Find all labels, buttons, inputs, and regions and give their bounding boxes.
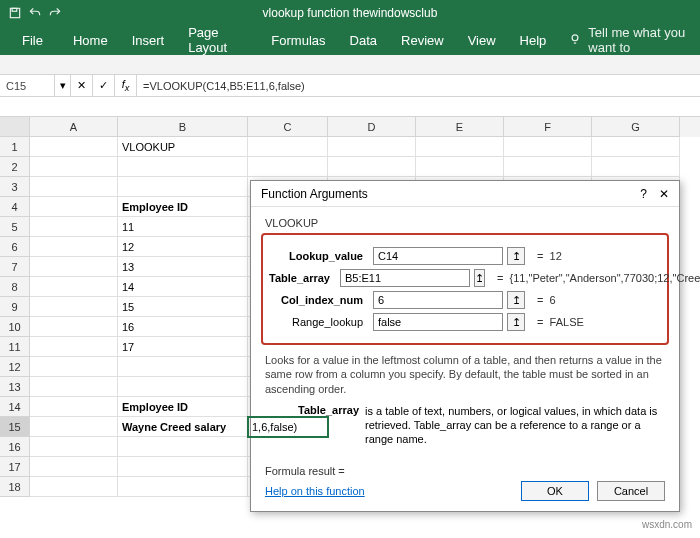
col-header-e[interactable]: E [416, 117, 504, 137]
cancel-button[interactable]: Cancel [597, 481, 665, 501]
cell[interactable] [248, 137, 328, 157]
cell[interactable] [30, 357, 118, 377]
cell[interactable] [30, 337, 118, 357]
cell[interactable] [30, 217, 118, 237]
cancel-formula-icon[interactable]: ✕ [71, 75, 93, 96]
help-icon[interactable]: ? [640, 187, 647, 201]
cell[interactable]: Employee ID [118, 197, 248, 217]
range-select-icon[interactable]: ↥ [507, 247, 525, 265]
cell[interactable]: 13 [118, 257, 248, 277]
cell[interactable]: 12 [118, 237, 248, 257]
cell[interactable] [30, 437, 118, 457]
enter-formula-icon[interactable]: ✓ [93, 75, 115, 96]
cell[interactable] [30, 457, 118, 477]
active-cell[interactable]: 1,6,false) [248, 417, 328, 437]
arg-input-table-array[interactable] [340, 269, 470, 287]
select-all-corner[interactable] [0, 117, 30, 137]
cell[interactable] [30, 397, 118, 417]
name-box-dropdown-icon[interactable]: ▾ [55, 75, 71, 96]
save-icon[interactable] [8, 6, 22, 20]
tab-data[interactable]: Data [338, 25, 389, 55]
col-header-a[interactable]: A [30, 117, 118, 137]
cell[interactable] [30, 417, 118, 437]
row-header[interactable]: 4 [0, 197, 30, 217]
row-header[interactable]: 11 [0, 337, 30, 357]
cell[interactable] [30, 237, 118, 257]
tab-formulas[interactable]: Formulas [259, 25, 337, 55]
tab-view[interactable]: View [456, 25, 508, 55]
dialog-titlebar[interactable]: Function Arguments ? ✕ [251, 181, 679, 207]
cell[interactable] [30, 277, 118, 297]
tab-file[interactable]: File [10, 25, 61, 55]
cell[interactable] [416, 137, 504, 157]
tab-home[interactable]: Home [61, 25, 120, 55]
cell[interactable] [592, 157, 680, 177]
row-header[interactable]: 2 [0, 157, 30, 177]
row-header[interactable]: 10 [0, 317, 30, 337]
cell[interactable] [118, 157, 248, 177]
cell[interactable]: 16 [118, 317, 248, 337]
cell[interactable] [30, 317, 118, 337]
cell[interactable] [118, 457, 248, 477]
row-header[interactable]: 13 [0, 377, 30, 397]
cell[interactable]: 17 [118, 337, 248, 357]
ok-button[interactable]: OK [521, 481, 589, 501]
cell[interactable]: 11 [118, 217, 248, 237]
cell[interactable] [118, 357, 248, 377]
cell[interactable] [592, 137, 680, 157]
cell[interactable] [118, 477, 248, 497]
cell[interactable]: VLOOKUP [118, 137, 248, 157]
row-header[interactable]: 17 [0, 457, 30, 477]
cell[interactable] [30, 157, 118, 177]
arg-input-col-index[interactable] [373, 291, 503, 309]
cell[interactable] [118, 177, 248, 197]
row-header[interactable]: 3 [0, 177, 30, 197]
col-header-b[interactable]: B [118, 117, 248, 137]
range-select-icon[interactable]: ↥ [507, 291, 525, 309]
cell[interactable]: 14 [118, 277, 248, 297]
fx-icon[interactable]: fx [115, 75, 137, 96]
tell-me-search[interactable]: Tell me what you want to [568, 25, 700, 55]
row-header[interactable]: 5 [0, 217, 30, 237]
cell[interactable] [328, 157, 416, 177]
tab-review[interactable]: Review [389, 25, 456, 55]
close-icon[interactable]: ✕ [659, 187, 669, 201]
cell[interactable] [30, 377, 118, 397]
cell[interactable]: 15 [118, 297, 248, 317]
cell[interactable] [30, 137, 118, 157]
col-header-d[interactable]: D [328, 117, 416, 137]
formula-input[interactable]: =VLOOKUP(C14,B5:E11,6,false) [137, 75, 700, 96]
cell[interactable]: Wayne Creed salary [118, 417, 248, 437]
cell[interactable] [30, 197, 118, 217]
col-header-g[interactable]: G [592, 117, 680, 137]
tab-help[interactable]: Help [508, 25, 559, 55]
tab-page-layout[interactable]: Page Layout [176, 25, 259, 55]
cell[interactable] [118, 377, 248, 397]
cell[interactable] [30, 297, 118, 317]
row-header[interactable]: 1 [0, 137, 30, 157]
row-header[interactable]: 16 [0, 437, 30, 457]
tab-insert[interactable]: Insert [120, 25, 177, 55]
arg-input-range-lookup[interactable] [373, 313, 503, 331]
cell[interactable] [504, 137, 592, 157]
row-header[interactable]: 8 [0, 277, 30, 297]
cell[interactable] [30, 477, 118, 497]
row-header[interactable]: 6 [0, 237, 30, 257]
row-header[interactable]: 18 [0, 477, 30, 497]
cell[interactable]: Employee ID [118, 397, 248, 417]
cell[interactable] [30, 257, 118, 277]
row-header[interactable]: 12 [0, 357, 30, 377]
help-link[interactable]: Help on this function [265, 485, 365, 497]
redo-icon[interactable] [48, 6, 62, 20]
name-box[interactable]: C15 [0, 75, 55, 96]
range-select-icon[interactable]: ↥ [507, 313, 525, 331]
row-header[interactable]: 15 [0, 417, 30, 437]
range-select-icon[interactable]: ↥ [474, 269, 485, 287]
undo-icon[interactable] [28, 6, 42, 20]
col-header-f[interactable]: F [504, 117, 592, 137]
arg-input-lookup-value[interactable] [373, 247, 503, 265]
cell[interactable] [416, 157, 504, 177]
cell[interactable] [118, 437, 248, 457]
cell[interactable] [328, 137, 416, 157]
cell[interactable] [248, 157, 328, 177]
